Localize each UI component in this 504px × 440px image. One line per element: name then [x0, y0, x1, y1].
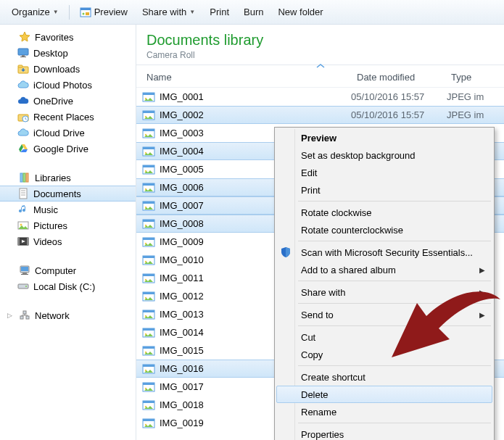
ctx-copy[interactable]: Copy	[276, 346, 492, 363]
svg-rect-51	[143, 202, 154, 204]
sidebar-item-onedrive[interactable]: OneDrive	[0, 93, 136, 109]
print-button[interactable]: Print	[204, 4, 235, 20]
svg-rect-42	[143, 147, 154, 149]
nav-label: Computer	[35, 265, 76, 276]
svg-rect-24	[21, 267, 28, 271]
svg-rect-69	[143, 310, 154, 312]
preview-icon	[80, 7, 91, 18]
svg-rect-6	[20, 57, 26, 57]
svg-rect-66	[143, 292, 154, 294]
organize-label: Organize	[12, 7, 50, 17]
sidebar-item-downloads[interactable]: Downloads	[0, 61, 136, 77]
image-file-icon	[142, 418, 155, 429]
svg-rect-3	[86, 12, 89, 15]
nav-label: iCloud Photos	[33, 80, 92, 91]
new-folder-label: New folder	[278, 7, 323, 17]
ctx-rename[interactable]: Rename	[276, 403, 492, 420]
ctx-delete[interactable]: Delete	[276, 386, 492, 403]
sidebar-item-computer[interactable]: Computer	[0, 262, 136, 278]
sidebar-item-recent-places[interactable]: Recent Places	[0, 109, 136, 125]
vid-icon	[17, 236, 29, 247]
nav-label: iCloud Drive	[33, 128, 85, 138]
image-file-icon	[142, 291, 155, 302]
nav-label: Network	[35, 310, 70, 321]
image-file-icon	[142, 236, 155, 248]
svg-rect-36	[143, 111, 154, 113]
ctx-preview[interactable]: Preview	[276, 129, 492, 146]
file-row[interactable]: IMG_000205/10/2016 15:57JPEG im	[136, 106, 504, 124]
sidebar-item-music[interactable]: Music	[0, 202, 136, 217]
nav-label: Videos	[33, 236, 62, 247]
file-row[interactable]: IMG_000105/10/2016 15:57JPEG im	[136, 88, 504, 106]
svg-point-2	[82, 12, 84, 14]
ctx-set-background[interactable]: Set as desktop background	[276, 146, 492, 164]
column-type[interactable]: Type	[451, 72, 504, 83]
ctx-add-album[interactable]: Add to a shared album▶	[276, 261, 492, 278]
organize-button[interactable]: Organize ▼	[6, 4, 65, 20]
image-file-icon	[142, 327, 155, 339]
sidebar-item-desktop[interactable]: Desktop	[0, 45, 136, 61]
image-file-icon	[142, 381, 155, 393]
dropdown-icon: ▼	[189, 9, 195, 15]
lib-icon	[19, 172, 30, 183]
ctx-send-to[interactable]: Send to▶	[276, 306, 492, 323]
library-subtitle: Camera Roll	[146, 50, 494, 60]
sidebar-item-network[interactable]: ▷Network	[0, 307, 136, 323]
svg-rect-14	[20, 188, 27, 199]
sidebar-item-libraries[interactable]: Libraries	[0, 170, 136, 186]
file-type: JPEG im	[447, 109, 504, 120]
ctx-create-shortcut[interactable]: Create shortcut	[276, 368, 492, 386]
image-file-icon	[142, 309, 155, 320]
image-file-icon	[142, 200, 155, 212]
preview-button[interactable]: Preview	[74, 4, 133, 21]
svg-rect-57	[143, 238, 154, 240]
svg-rect-22	[27, 238, 28, 245]
image-file-icon	[142, 109, 155, 121]
sidebar-item-documents[interactable]: Documents	[0, 186, 136, 202]
sidebar-item-videos[interactable]: Videos	[0, 233, 136, 249]
file-date: 05/10/2016 15:57	[351, 109, 447, 120]
share-button[interactable]: Share with ▼	[136, 4, 201, 20]
burn-button[interactable]: Burn	[238, 4, 269, 20]
column-headers: Name Date modified Type	[136, 67, 504, 88]
sidebar-item-local-disk-c-[interactable]: Local Disk (C:)	[0, 278, 136, 294]
nav-label: Documents	[33, 188, 81, 199]
nav-label: Downloads	[33, 64, 80, 75]
sidebar-item-google-drive[interactable]: Google Drive	[0, 141, 136, 157]
shield-icon	[279, 246, 292, 259]
ctx-rotate-ccw[interactable]: Rotate counterclockwise	[276, 221, 492, 238]
svg-rect-63	[143, 274, 154, 276]
onedrive-icon	[17, 95, 29, 107]
cloud-icon	[17, 127, 29, 138]
svg-rect-5	[22, 55, 25, 57]
sidebar-item-icloud-photos[interactable]: iCloud Photos	[0, 77, 136, 93]
column-name[interactable]: Name	[146, 72, 357, 83]
sidebar-item-favorites[interactable]: Favorites	[0, 29, 136, 45]
nav-label: OneDrive	[33, 96, 73, 107]
ctx-edit[interactable]: Edit	[276, 164, 492, 181]
nav-label: Google Drive	[33, 144, 88, 154]
image-file-icon	[142, 254, 155, 266]
ctx-properties[interactable]: Properties	[276, 426, 492, 440]
column-date[interactable]: Date modified	[357, 72, 451, 83]
ctx-scan[interactable]: Scan with Microsoft Security Essentials.…	[276, 244, 492, 261]
svg-rect-39	[143, 129, 154, 131]
library-header: Documents library Camera Roll	[136, 25, 504, 65]
image-file-icon	[142, 128, 155, 139]
image-file-icon	[142, 399, 155, 411]
image-file-icon	[142, 91, 155, 103]
ctx-cut[interactable]: Cut	[276, 328, 492, 346]
comp-icon	[19, 265, 30, 276]
sidebar-item-pictures[interactable]: Pictures	[0, 217, 136, 233]
toolbar-separator	[69, 5, 70, 20]
nav-label: Favorites	[35, 32, 73, 43]
svg-rect-1	[80, 8, 91, 10]
svg-rect-33	[143, 93, 154, 95]
ctx-print[interactable]: Print	[276, 181, 492, 199]
ctx-share[interactable]: Share with▶	[276, 283, 492, 301]
ctx-separator	[298, 303, 491, 304]
sidebar-item-icloud-drive[interactable]: iCloud Drive	[0, 125, 136, 141]
new-folder-button[interactable]: New folder	[272, 4, 329, 20]
ctx-rotate-cw[interactable]: Rotate clockwise	[276, 204, 492, 221]
submenu-arrow-icon: ▶	[479, 289, 485, 296]
